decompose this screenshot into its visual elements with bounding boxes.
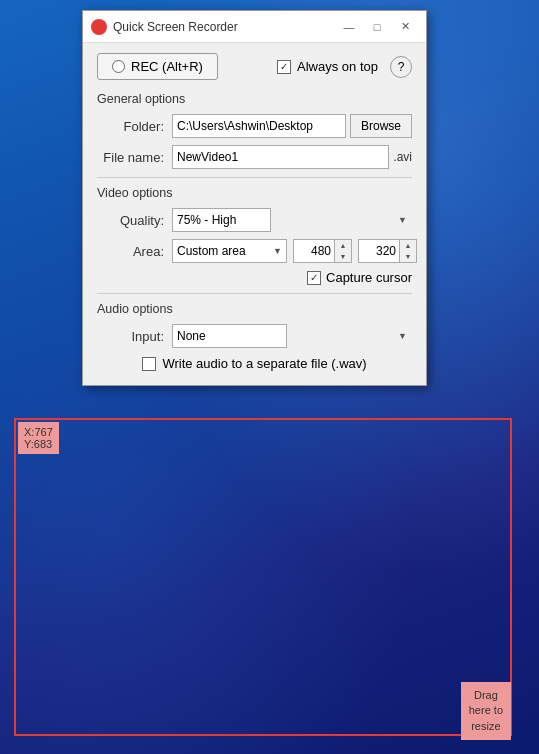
area-select[interactable]: Full screen Custom area Fixed region (172, 239, 287, 263)
quality-select[interactable]: 25% - Low 50% - Medium 75% - High 100% -… (172, 208, 271, 232)
divider-1 (97, 177, 412, 178)
rec-button-label: REC (Alt+R) (131, 59, 203, 74)
quality-row: Quality: 25% - Low 50% - Medium 75% - Hi… (97, 208, 412, 232)
audio-options-heading: Audio options (97, 302, 412, 316)
filename-label: File name: (97, 150, 172, 165)
area-label: Area: (97, 244, 172, 259)
height-input[interactable] (358, 239, 400, 263)
capture-cursor-inner: ✓ Capture cursor (307, 270, 412, 285)
general-options-section: General options Folder: Browse File name… (97, 92, 412, 169)
help-button[interactable]: ? (390, 56, 412, 78)
height-spinner: ▲ ▼ (358, 239, 417, 263)
capture-cursor-row: ✓ Capture cursor (97, 270, 412, 285)
filename-input[interactable] (172, 145, 389, 169)
width-spinner: ▲ ▼ (293, 239, 352, 263)
restore-button[interactable]: □ (364, 17, 390, 37)
resize-text-1: Drag (474, 689, 498, 701)
area-row: Area: Full screen Custom area Fixed regi… (97, 239, 412, 263)
minimize-button[interactable]: — (336, 17, 362, 37)
folder-input[interactable] (172, 114, 346, 138)
rec-button[interactable]: REC (Alt+R) (97, 53, 218, 80)
width-up-button[interactable]: ▲ (335, 240, 351, 251)
width-spinner-buttons: ▲ ▼ (335, 239, 352, 263)
resize-text-3: resize (471, 720, 500, 732)
audio-input-row: Input: None Default microphone (97, 324, 412, 348)
quality-select-wrapper: 25% - Low 50% - Medium 75% - High 100% -… (172, 208, 412, 232)
wav-label: Write audio to a separate file (.wav) (162, 356, 366, 371)
coord-x: X:767 (24, 426, 53, 438)
area-select-wrapper: Full screen Custom area Fixed region (172, 239, 287, 263)
height-down-button[interactable]: ▼ (400, 251, 416, 262)
always-on-top-label: Always on top (297, 59, 378, 74)
window-title: Quick Screen Recorder (113, 20, 336, 34)
general-options-heading: General options (97, 92, 412, 106)
rec-radio-icon (112, 60, 125, 73)
width-input[interactable] (293, 239, 335, 263)
close-button[interactable]: ✕ (392, 17, 418, 37)
filename-row: File name: .avi (97, 145, 412, 169)
wav-checkbox[interactable] (142, 357, 156, 371)
window-controls: — □ ✕ (336, 17, 418, 37)
browse-button[interactable]: Browse (350, 114, 412, 138)
folder-label: Folder: (97, 119, 172, 134)
height-spinner-buttons: ▲ ▼ (400, 239, 417, 263)
rec-row: REC (Alt+R) ✓ Always on top ? (97, 53, 412, 80)
video-options-heading: Video options (97, 186, 412, 200)
audio-input-select-wrapper: None Default microphone (172, 324, 412, 348)
window-content: REC (Alt+R) ✓ Always on top ? General op… (83, 43, 426, 385)
divider-2 (97, 293, 412, 294)
always-on-top-checkbox[interactable]: ✓ (277, 60, 291, 74)
audio-input-label: Input: (97, 329, 172, 344)
app-window: Quick Screen Recorder — □ ✕ REC (Alt+R) … (82, 10, 427, 386)
quality-label: Quality: (97, 213, 172, 228)
audio-input-select[interactable]: None Default microphone (172, 324, 287, 348)
app-icon (91, 19, 107, 35)
video-options-section: Video options Quality: 25% - Low 50% - M… (97, 186, 412, 285)
width-down-button[interactable]: ▼ (335, 251, 351, 262)
capture-cursor-checkbox[interactable]: ✓ (307, 271, 321, 285)
folder-row: Folder: Browse (97, 114, 412, 138)
coordinate-badge: X:767 Y:683 (18, 422, 59, 454)
resize-text-2: here to (469, 704, 503, 716)
wav-row: Write audio to a separate file (.wav) (97, 356, 412, 371)
audio-options-section: Audio options Input: None Default microp… (97, 302, 412, 371)
always-on-top-row: ✓ Always on top ? (277, 56, 412, 78)
resize-badge[interactable]: Drag here to resize (461, 682, 511, 740)
height-up-button[interactable]: ▲ (400, 240, 416, 251)
title-bar: Quick Screen Recorder — □ ✕ (83, 11, 426, 43)
capture-cursor-label: Capture cursor (326, 270, 412, 285)
help-icon: ? (398, 60, 405, 74)
coord-y: Y:683 (24, 438, 53, 450)
filename-ext: .avi (393, 150, 412, 164)
